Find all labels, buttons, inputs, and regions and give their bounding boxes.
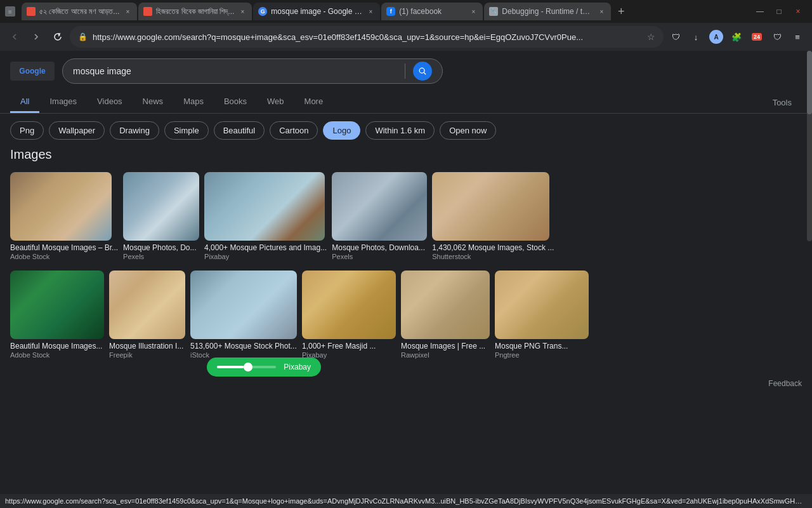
image-card-6-title: Beautiful Mosque Images... — [10, 342, 104, 351]
image-card-4-source: Pexels — [332, 253, 427, 260]
media-progress-thumb[interactable] — [244, 363, 252, 371]
tab-1[interactable]: ৫২ কেজিতে আমের মণ আড়ত... × — [22, 3, 137, 20]
extensions-button[interactable]: 🧩 — [727, 27, 746, 46]
svg-point-0 — [419, 68, 424, 73]
chip-wallpaper[interactable]: Wallpaper — [49, 121, 105, 140]
image-card-11[interactable]: Mosque PNG Trans... Pngtree — [495, 271, 589, 359]
reload-button[interactable] — [48, 27, 67, 46]
image-card-10-source: Rawpixel — [401, 351, 490, 359]
image-card-2[interactable]: Mosque Photos, Do... Pexels — [123, 172, 199, 260]
tab-2-close[interactable]: × — [238, 7, 247, 16]
address-bar[interactable]: 🔒 https://www.google.com/search?q=mosque… — [70, 26, 664, 48]
image-card-10[interactable]: Mosque Images | Free ... Rawpixel — [401, 271, 490, 359]
chip-simple[interactable]: Simple — [164, 121, 209, 140]
search-tab-images[interactable]: Images — [39, 91, 87, 113]
window-controls: — □ × — [751, 3, 807, 20]
chip-open-now[interactable]: Open now — [440, 121, 496, 140]
minimize-button[interactable]: — — [751, 3, 769, 20]
firefox-badge-button[interactable]: 24 — [747, 27, 766, 46]
image-grid-row-2: Beautiful Mosque Images... Adobe Stock M… — [10, 271, 802, 359]
tab-5-close[interactable]: × — [597, 7, 606, 16]
tab-3-close[interactable]: × — [366, 7, 375, 16]
image-card-2-title: Mosque Photos, Do... — [123, 243, 199, 252]
chip-logo[interactable]: Logo — [323, 121, 360, 140]
chip-cartoon[interactable]: Cartoon — [270, 121, 318, 140]
image-card-10-title: Mosque Images | Free ... — [401, 342, 490, 351]
search-tab-videos[interactable]: Videos — [87, 91, 133, 113]
tab-bar: ≡ ৫২ কেজিতে আমের মণ আড়ত... × হিজরতের বি… — [0, 0, 812, 23]
image-card-3[interactable]: 4,000+ Mosque Pictures and Imag... Pixab… — [204, 172, 327, 260]
account-button[interactable]: A — [707, 27, 726, 46]
image-card-1[interactable]: Beautiful Mosque Images – Br... Adobe St… — [10, 172, 118, 260]
svg-line-1 — [424, 72, 426, 74]
tab-4-favicon: f — [386, 7, 395, 16]
chip-png[interactable]: Png — [10, 121, 44, 140]
image-card-9-source: Pixabay — [302, 351, 396, 359]
tab-5[interactable]: 🔧 Debugging - Runtime / this-fire... × — [484, 3, 611, 20]
google-header: Google mosque image — [0, 51, 812, 91]
search-tab-news[interactable]: News — [133, 91, 174, 113]
tab-4[interactable]: f (1) facebook × — [381, 3, 483, 20]
image-card-6[interactable]: Beautiful Mosque Images... Adobe Stock — [10, 271, 104, 359]
image-card-7[interactable]: Mosque Illustration I... Freepik — [109, 271, 185, 359]
tab-2[interactable]: হিজরতের বিবেক জাগানিয়া শিদ্... × — [138, 3, 252, 20]
tab-2-title: হিজরতের বিবেক জাগানিয়া শিদ্... — [156, 7, 234, 16]
tab-4-title: (1) facebook — [399, 7, 465, 16]
filter-chips: Png Wallpaper Drawing Simple Beautiful C… — [0, 114, 812, 147]
image-card-3-source: Pixabay — [204, 253, 327, 260]
feedback-label[interactable]: Feedback — [768, 379, 802, 388]
search-tab-all[interactable]: All — [10, 91, 39, 113]
scrollbar[interactable] — [807, 51, 812, 241]
navigation-bar: 🔒 https://www.google.com/search?q=mosque… — [0, 23, 812, 51]
chip-beautiful[interactable]: Beautiful — [214, 121, 265, 140]
search-input[interactable]: mosque image — [73, 66, 397, 76]
image-card-3-title: 4,000+ Mosque Pictures and Imag... — [204, 243, 327, 252]
search-tab-maps[interactable]: Maps — [173, 91, 214, 113]
search-tab-more[interactable]: More — [294, 91, 334, 113]
images-section: Images Beautiful Mosque Images – Br... A… — [0, 147, 812, 359]
status-bar: https://www.google.com/search?sca_esv=01… — [0, 494, 812, 508]
shield-button[interactable]: 🛡 — [666, 27, 685, 46]
image-card-11-source: Pngtree — [495, 351, 589, 359]
bookmark-icon[interactable]: ☆ — [647, 32, 655, 42]
search-tools-button[interactable]: Tools — [763, 93, 802, 112]
images-section-title: Images — [10, 147, 802, 162]
image-card-5[interactable]: 1,430,062 Mosque Images, Stock ... Shutt… — [432, 172, 554, 260]
tab-3-favicon: G — [258, 7, 267, 16]
search-tab-web[interactable]: Web — [257, 91, 294, 113]
maximize-button[interactable]: □ — [770, 3, 788, 20]
tab-3[interactable]: G mosque image - Google Search × — [253, 3, 380, 20]
image-card-1-source: Adobe Stock — [10, 253, 118, 260]
search-tab-books[interactable]: Books — [214, 91, 257, 113]
media-progress-bar[interactable] — [217, 366, 276, 368]
page-content: Google mosque image All Images Videos Ne… — [0, 51, 812, 490]
image-card-9[interactable]: 1,000+ Free Masjid ... Pixabay — [302, 271, 396, 359]
shield-protect-button[interactable]: 🛡 — [768, 27, 787, 46]
back-button[interactable] — [5, 27, 24, 46]
chip-drawing[interactable]: Drawing — [110, 121, 159, 140]
chip-within-1-6-km[interactable]: Within 1.6 km — [365, 121, 435, 140]
forward-button[interactable] — [27, 27, 46, 46]
google-logo[interactable]: Google — [10, 62, 55, 81]
media-overlay[interactable]: Pixabay — [207, 358, 321, 377]
image-card-1-title: Beautiful Mosque Images – Br... — [10, 243, 118, 252]
search-submit-button[interactable] — [413, 62, 432, 81]
new-tab-button[interactable]: + — [612, 3, 630, 20]
badge-count: 24 — [752, 33, 762, 41]
download-button[interactable]: ↓ — [686, 27, 705, 46]
search-box[interactable]: mosque image — [62, 58, 443, 84]
image-card-4[interactable]: Mosque Photos, Downloa... Pexels — [332, 172, 427, 260]
scrollbar-thumb[interactable] — [807, 51, 812, 114]
tab-1-close[interactable]: × — [123, 7, 132, 16]
close-window-button[interactable]: × — [789, 3, 807, 20]
tab-5-title: Debugging - Runtime / this-fire... — [502, 7, 593, 16]
image-card-8[interactable]: 513,600+ Mosque Stock Phot... iStock — [190, 271, 297, 359]
tab-list-icon[interactable]: ≡ — [5, 6, 15, 17]
menu-button[interactable]: ≡ — [788, 27, 807, 46]
tab-1-favicon — [27, 7, 36, 16]
nav-right-icons: 🛡 ↓ A 🧩 24 🛡 ≡ — [666, 27, 807, 46]
image-grid-row-1: Beautiful Mosque Images – Br... Adobe St… — [10, 172, 802, 260]
tab-4-close[interactable]: × — [469, 7, 478, 16]
tab-nav-icons: ≡ — [5, 6, 15, 17]
tab-2-favicon — [143, 7, 152, 16]
